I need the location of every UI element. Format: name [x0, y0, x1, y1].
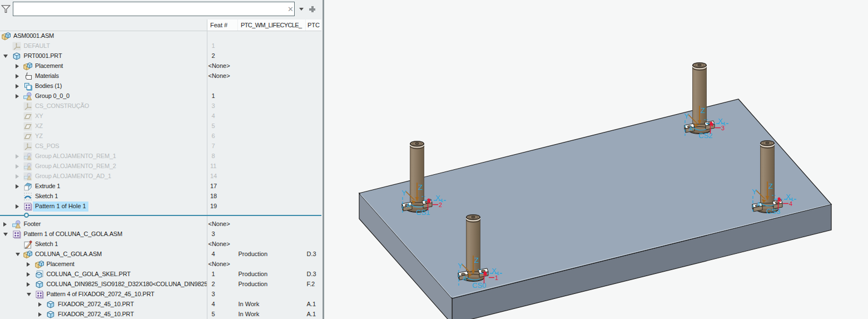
- svg-text:A: A: [757, 202, 761, 208]
- svg-text:2: 2: [439, 202, 442, 208]
- svg-text:Y: Y: [752, 188, 757, 196]
- svg-text:4: 4: [789, 200, 792, 207]
- svg-text:Z: Z: [474, 256, 479, 264]
- svg-text:3: 3: [721, 125, 725, 131]
- svg-text:A: A: [406, 203, 410, 209]
- svg-text:Y: Y: [458, 262, 463, 270]
- svg-text:Y: Y: [401, 189, 406, 197]
- svg-text:Y: Y: [684, 112, 689, 120]
- svg-text:Z: Z: [701, 106, 705, 115]
- svg-text:1: 1: [495, 274, 498, 281]
- svg-text:A: A: [689, 126, 693, 132]
- svg-text:Z: Z: [418, 183, 423, 192]
- svg-text:Z: Z: [768, 182, 773, 190]
- svg-text:A: A: [463, 276, 467, 282]
